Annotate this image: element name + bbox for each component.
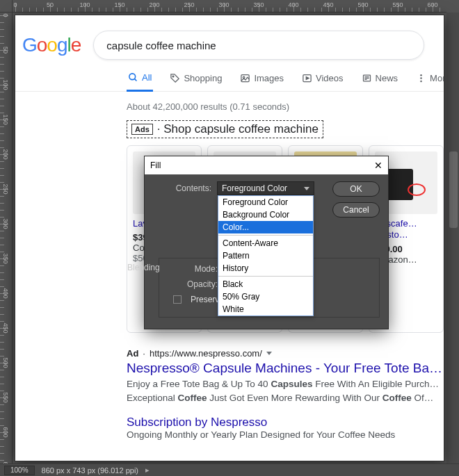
- search-icon: [128, 72, 138, 83]
- scrollbar-vertical[interactable]: [446, 13, 459, 476]
- contents-value: Foreground Color: [222, 183, 287, 193]
- tab-news[interactable]: News: [360, 72, 400, 91]
- svg-point-4: [243, 76, 245, 79]
- preserve-transparency-checkbox[interactable]: [173, 295, 182, 304]
- search-input[interactable]: capsule coffee machine: [93, 31, 424, 60]
- chevron-right-icon[interactable]: ▸: [145, 466, 150, 475]
- dropdown-option[interactable]: Pattern: [218, 249, 313, 262]
- dropdown-option[interactable]: Black: [218, 278, 313, 290]
- tab-more-label: More: [430, 73, 444, 83]
- ok-button[interactable]: OK: [332, 181, 380, 197]
- ads-badge: Ads: [131, 124, 153, 135]
- tab-more[interactable]: More: [414, 72, 444, 91]
- ruler-vertical: 050100150200250300350400450500550600650: [0, 13, 13, 463]
- ad-sep: ·: [143, 348, 145, 359]
- ad-description: Enjoy a Free Tote Bag & Up To 40 Capsule…: [127, 377, 444, 406]
- ad-title-link[interactable]: Nespresso® Capsule Machines - Your Free …: [127, 361, 444, 376]
- google-logo[interactable]: Google: [22, 34, 93, 56]
- dropdown-option[interactable]: Foreground Color: [218, 196, 313, 208]
- more-vertical-icon: [416, 73, 426, 83]
- ads-header: Ads · Shop capsule coffee machine: [127, 120, 323, 138]
- tab-all[interactable]: All: [127, 72, 153, 92]
- ruler-corner: [0, 0, 13, 13]
- search-query-text: capsule coffee machine: [106, 40, 216, 51]
- ads-title-text: Shop capsule coffee machine: [163, 122, 319, 136]
- mode-label: Mode:: [159, 264, 218, 274]
- dropdown-option[interactable]: 50% Gray: [218, 290, 313, 303]
- fill-dialog[interactable]: Fill ✕ OK Cancel Contents: Foreground Co…: [145, 156, 388, 329]
- blending-label: Blending: [127, 263, 160, 272]
- play-icon: [302, 73, 312, 83]
- dialog-title: Fill: [150, 161, 161, 170]
- news-icon: [362, 73, 372, 83]
- svg-point-12: [420, 81, 422, 83]
- image-icon: [240, 73, 250, 83]
- svg-point-11: [420, 77, 422, 79]
- dropdown-option[interactable]: White: [218, 303, 313, 315]
- document-info: 860 px x 743 px (96.012 ppi): [42, 466, 138, 475]
- chevron-down-icon: [304, 187, 309, 190]
- tab-news-label: News: [376, 73, 398, 83]
- ads-sep: ·: [157, 122, 161, 136]
- status-bar: 100% 860 px x 743 px (96.012 ppi) ▸: [0, 463, 459, 476]
- result-stats: About 42,200,000 results (0.71 seconds): [15, 92, 444, 120]
- cancel-button[interactable]: Cancel: [332, 202, 380, 218]
- contents-dropdown-list[interactable]: Foreground ColorBackground ColorColor...…: [218, 195, 314, 316]
- zoom-field[interactable]: 100%: [4, 466, 35, 475]
- tab-videos-label: Videos: [316, 73, 344, 83]
- svg-point-2: [173, 76, 175, 77]
- svg-line-1: [134, 79, 136, 81]
- search-tabs: All Shopping Images Videos News More: [15, 67, 444, 92]
- svg-point-10: [420, 74, 422, 76]
- ad-badge: Ad: [127, 348, 138, 359]
- tab-shopping[interactable]: Shopping: [168, 72, 223, 91]
- tab-all-label: All: [142, 72, 152, 83]
- text-ad: Ad · https://www.nespresso.com/ Nespress…: [127, 348, 444, 440]
- tab-shopping-label: Shopping: [184, 73, 222, 83]
- chevron-down-icon[interactable]: [266, 352, 272, 355]
- contents-dropdown[interactable]: Foreground Color: [217, 181, 314, 195]
- dropdown-option[interactable]: Color...: [218, 221, 313, 233]
- close-icon[interactable]: ✕: [374, 160, 382, 171]
- ad-url-line: Ad · https://www.nespresso.com/: [127, 348, 444, 359]
- ad-sublink[interactable]: Subscription by Nespresso: [127, 416, 444, 429]
- dropdown-option[interactable]: Content-Aware: [218, 237, 313, 249]
- dropdown-option[interactable]: Background Color: [218, 208, 313, 221]
- svg-rect-15: [385, 169, 413, 200]
- google-header: Google capsule coffee machine: [15, 15, 444, 67]
- dropdown-option[interactable]: History: [218, 262, 313, 274]
- svg-point-0: [129, 74, 136, 80]
- scrollbar-thumb[interactable]: [449, 151, 458, 228]
- tag-icon: [170, 73, 180, 83]
- ruler-horizontal: 050100150200250300350400450500550600: [13, 0, 446, 13]
- opacity-label: Opacity:: [159, 279, 218, 289]
- contents-label: Contents:: [153, 183, 211, 193]
- tab-videos[interactable]: Videos: [300, 72, 345, 91]
- ad-sublink-desc: Ongoing Monthly or Yearly Plan Designed …: [127, 429, 444, 440]
- tab-images[interactable]: Images: [239, 72, 285, 91]
- tab-images-label: Images: [254, 73, 284, 83]
- dialog-titlebar[interactable]: Fill ✕: [145, 156, 388, 174]
- ad-url[interactable]: https://www.nespresso.com/: [150, 348, 262, 359]
